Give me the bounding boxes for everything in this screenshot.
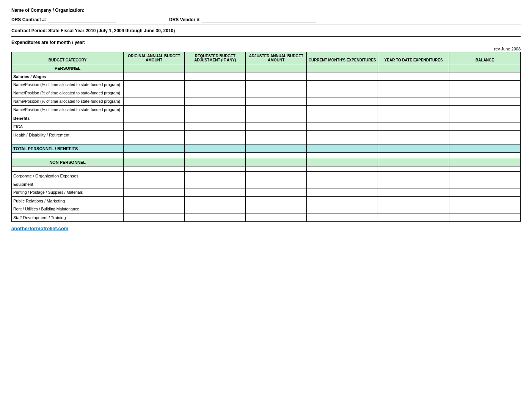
non-personnel-header-row: NON PERSONNEL (12, 158, 521, 166)
name-position-3-row: Name/Position (% of time allocated to st… (12, 97, 521, 106)
empty-row-3 (12, 166, 521, 172)
col-header-balance: BALANCE (449, 52, 521, 64)
company-label: Name of Company / Organization: (11, 8, 85, 13)
public-relations-row: Public Relations / Marketing (12, 197, 521, 205)
col-header-ytd: YEAR TO DATE EXPENDITURES (378, 52, 449, 64)
non-personnel-header-cell: NON PERSONNEL (12, 158, 124, 166)
empty-row-1 (12, 139, 521, 144)
printing-postage-cell: Printing / Postage / Supplies / Material… (12, 188, 124, 197)
health-disability-cell: Health / Disability / Retirement (12, 131, 124, 139)
staff-development-row: Staff Development / Training (12, 213, 521, 222)
total-personnel-row: TOTAL PERSONNEL / BENEFITS (12, 144, 521, 153)
corporate-org-row: Corporate / Organization Expenses (12, 172, 521, 180)
name-position-4-cell: Name/Position (% of time allocated to st… (12, 106, 124, 114)
personnel-header-cell: PERSONNEL (12, 64, 124, 72)
budget-table: BUDGET CATEGORY ORIGINAL ANNUAL BUDGET A… (11, 52, 521, 222)
benefits-row: Benefits (12, 114, 521, 122)
rent-utilities-cell: Rent / Utilities / Building Maintenance (12, 205, 124, 213)
salaries-wages-row: Salaries / Wages (12, 72, 521, 81)
col-header-budget-category: BUDGET CATEGORY (12, 52, 124, 64)
col-header-original: ORIGINAL ANNUAL BUDGET AMOUNT (124, 52, 185, 64)
empty-row-2 (12, 153, 521, 158)
name-position-3-cell: Name/Position (% of time allocated to st… (12, 97, 124, 106)
fica-cell: FICA (12, 122, 124, 131)
corporate-org-cell: Corporate / Organization Expenses (12, 172, 124, 180)
health-disability-row: Health / Disability / Retirement (12, 131, 521, 139)
equipment-cell: Equipment (12, 180, 124, 188)
public-relations-cell: Public Relations / Marketing (12, 197, 124, 205)
printing-postage-row: Printing / Postage / Supplies / Material… (12, 188, 521, 197)
contract-period: Contract Period: State Fiscal Year 2010 … (11, 28, 521, 33)
name-position-1-cell: Name/Position (% of time allocated to st… (12, 81, 124, 89)
rent-utilities-row: Rent / Utilities / Building Maintenance (12, 205, 521, 213)
staff-development-cell: Staff Development / Training (12, 213, 124, 222)
col-header-adjusted: ADJUSTED ANNUAL BUDGET AMOUNT (246, 52, 307, 64)
personnel-header-row: PERSONNEL (12, 64, 521, 72)
salaries-wages-cell: Salaries / Wages (12, 72, 124, 81)
equipment-row: Equipment (12, 180, 521, 188)
vendor-label: DRS Vendor #: (169, 17, 201, 22)
contract-label: DRS Contract #: (11, 17, 46, 22)
col-header-current: CURRENT MONTH'S EXPENDITURES (307, 52, 378, 64)
name-position-1-row: Name/Position (% of time allocated to st… (12, 81, 521, 89)
name-position-2-cell: Name/Position (% of time allocated to st… (12, 89, 124, 97)
footer-link[interactable]: anotherformofrelief.com (11, 226, 521, 231)
name-position-2-row: Name/Position (% of time allocated to st… (12, 89, 521, 97)
fica-row: FICA (12, 122, 521, 131)
name-position-4-row: Name/Position (% of time allocated to st… (12, 106, 521, 114)
col-header-requested: REQUESTED BUDGET ADJUSTMENT (if any) (185, 52, 246, 64)
rev-note: rev June 2008 (11, 47, 521, 51)
expenditures-label: Expenditures are for month / year: (11, 40, 521, 45)
total-personnel-cell: TOTAL PERSONNEL / BENEFITS (12, 144, 124, 153)
benefits-cell: Benefits (12, 114, 124, 122)
